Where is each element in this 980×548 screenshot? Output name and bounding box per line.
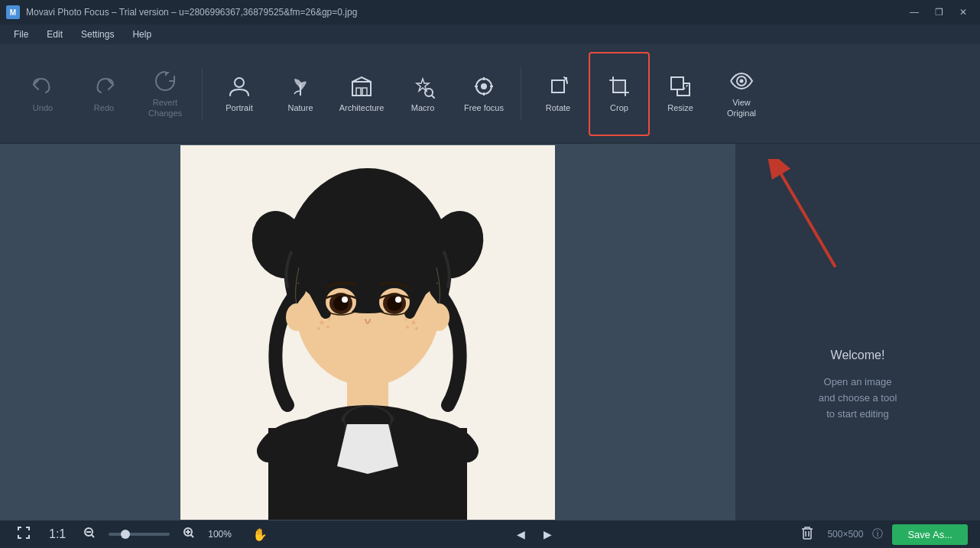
redo-label: Redo [94,103,114,113]
svg-point-15 [740,79,744,83]
macro-label: Macro [411,103,435,113]
app-icon: M [6,5,20,19]
svg-point-32 [317,327,320,330]
svg-point-33 [329,318,331,320]
svg-point-31 [326,326,329,329]
svg-point-34 [412,320,416,324]
free-focus-label: Free focus [464,103,504,113]
svg-point-44 [428,303,449,331]
rotate-button[interactable]: Rotate [527,52,589,136]
arrow-indicator [758,159,850,281]
bottombar-right: 500×500 ⓘ Save As... [797,524,968,545]
zoom-slider-thumb[interactable] [121,530,130,539]
menu-settings[interactable]: Settings [73,28,122,41]
macro-button[interactable]: Macro [392,52,453,136]
transform-group: Rotate Crop Resize [527,52,772,136]
prev-image-button[interactable]: ◀ [511,525,531,543]
svg-rect-11 [552,80,564,92]
info-button[interactable]: ⓘ [872,527,883,541]
zoom-slider[interactable] [109,533,170,536]
svg-point-30 [320,320,324,324]
view-original-button[interactable]: View Original [711,52,772,136]
zoom-out-button[interactable] [80,526,99,543]
image-dimensions: 500×500 [827,529,863,540]
separator-1 [202,67,203,121]
revert-button[interactable]: Revert Changes [135,52,196,136]
svg-point-29 [395,297,401,303]
pan-tool-button[interactable]: ✋ [248,526,272,543]
resize-button[interactable]: Resize [650,52,711,136]
svg-rect-1 [352,82,371,96]
revert-label: Revert Changes [148,98,182,118]
undo-label: Undo [33,103,53,113]
undo-button[interactable]: Undo [12,52,73,136]
view-original-label: View Original [727,98,756,118]
one-to-one-button[interactable]: 1:1 [44,526,70,543]
toolbar: Undo Redo Revert Changes Portrait [0,44,980,144]
resize-label: Resize [667,103,693,113]
menubar: File Edit Settings Help [0,24,980,44]
svg-line-48 [92,535,95,538]
free-focus-button[interactable]: Free focus [453,52,514,136]
svg-point-25 [342,297,348,303]
separator-2 [521,67,521,121]
crop-label: Crop [610,103,628,113]
svg-rect-13 [671,77,683,89]
bottombar: 1:1 100% ✋ ◀ ▶ [0,520,980,548]
svg-point-37 [405,318,407,320]
titlebar-left: M Movavi Photo Focus – Trial version – u… [6,5,357,19]
redo-button[interactable]: Redo [73,52,135,136]
main-area: Welcome! Open an image and choose a tool… [0,144,980,520]
architecture-button[interactable]: Architecture [331,52,392,136]
nature-button[interactable]: Nature [270,52,331,136]
canvas-area[interactable] [0,144,735,520]
titlebar: M Movavi Photo Focus – Trial version – u… [0,0,980,24]
right-panel: Welcome! Open an image and choose a tool… [735,144,980,520]
crop-button[interactable]: Crop [589,52,650,136]
history-group: Undo Redo Revert Changes [12,52,196,136]
zoom-level: 100% [208,529,239,540]
menu-edit[interactable]: Edit [39,28,70,41]
main-image [180,145,555,520]
svg-rect-2 [356,88,361,96]
close-button[interactable]: ✕ [952,5,974,20]
svg-point-35 [406,326,409,329]
titlebar-title: Movavi Photo Focus – Trial version – u=2… [26,7,357,18]
portrait-button[interactable]: Portrait [209,52,270,136]
zoom-in-button[interactable] [179,526,199,543]
svg-line-46 [781,174,835,266]
bottombar-center: ◀ ▶ [511,525,558,543]
svg-point-43 [286,303,307,331]
welcome-text: Welcome! Open an image and choose a tool… [819,349,897,422]
svg-line-51 [191,535,194,538]
bottombar-left: 1:1 100% ✋ [12,524,272,544]
next-image-button[interactable]: ▶ [537,525,558,543]
menu-help[interactable]: Help [125,28,159,41]
titlebar-controls[interactable]: — ❒ ✕ [904,5,974,20]
svg-point-0 [235,78,244,87]
portrait-label: Portrait [226,103,252,113]
minimize-button[interactable]: — [904,5,925,20]
svg-point-6 [481,83,487,89]
rotate-label: Rotate [546,103,570,113]
welcome-description: Open an image and choose a tool to start… [819,375,897,422]
architecture-label: Architecture [339,103,385,113]
svg-rect-3 [362,88,367,96]
save-as-button[interactable]: Save As... [892,524,968,545]
maximize-button[interactable]: ❒ [928,5,949,20]
fit-to-window-button[interactable] [12,524,35,544]
effects-group: Portrait Nature Architecture [209,52,514,136]
image-container [180,145,555,520]
delete-button[interactable] [797,524,818,544]
portrait-illustration [180,145,555,520]
svg-point-36 [415,327,418,330]
welcome-title: Welcome! [819,349,897,362]
svg-rect-12 [613,80,625,92]
menu-file[interactable]: File [6,28,36,41]
nature-label: Nature [287,103,313,113]
